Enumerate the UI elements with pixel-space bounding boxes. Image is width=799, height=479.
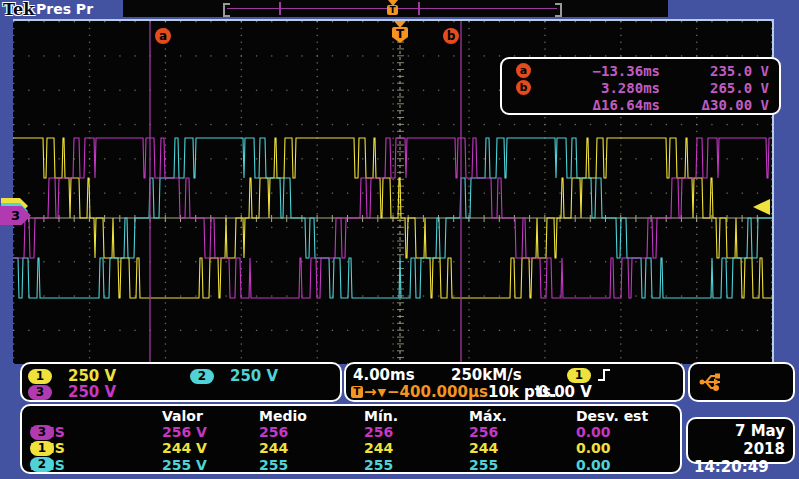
trigger-position-triangle-icon (394, 21, 406, 28)
cursor-a-badge: a (155, 28, 171, 44)
trigger-t-icon: T (387, 5, 398, 15)
col-header-valor: Valor (162, 408, 259, 424)
time-text: 14:20:49 (694, 458, 787, 476)
record-cursor-a-tick (279, 2, 281, 15)
trigger-level-arrow-icon (753, 199, 770, 215)
meas-max: 256 (469, 424, 576, 440)
meas-min: 255 (364, 457, 469, 473)
ch3-scale: 250 V (68, 383, 116, 401)
channel-scale-box: 1 250 V 2 250 V 3 250 V (20, 362, 342, 402)
cursor-delta-time: Δ16.64ms (542, 97, 660, 113)
record-bracket-left (223, 3, 230, 17)
cursor-b-icon: b (516, 80, 531, 95)
timebase-value: 4.00ms (353, 366, 415, 384)
ch3-badge: 3 (28, 385, 52, 400)
meas-valor: 256 V (162, 424, 259, 440)
waveform-display: a b T a −13.36ms 235.0 V b 3.280ms 265.0… (13, 19, 774, 364)
cursor-readout-box: a −13.36ms 235.0 V b 3.280ms 265.0 V Δ16… (500, 57, 781, 115)
col-header-min: Mín. (364, 408, 469, 424)
cursor-a-time: −13.36ms (542, 63, 660, 79)
trigger-status-text: Pres Pr (36, 1, 93, 17)
meas-max: 244 (469, 440, 576, 456)
usb-indicator-box (688, 362, 795, 402)
cursor-delta-row: Δ16.64ms Δ30.00 V (516, 96, 769, 113)
meas-desv: 0.00 (576, 457, 680, 473)
meas-desv: 0.00 (576, 440, 680, 456)
meas-row-ch1-label: 1 RMS (30, 440, 162, 456)
date-text: 7 May 2018 (694, 422, 787, 458)
ch2-badge: 2 (190, 369, 214, 384)
trigger-level-value: 0.00 V (538, 383, 592, 401)
top-bar: Tek Pres Pr T (0, 0, 799, 18)
down-triangle-icon: ▼ (378, 386, 386, 399)
cursor-a-icon: a (516, 63, 531, 78)
arrow-icon: → (364, 383, 377, 401)
ch1-badge: 1 (28, 369, 52, 384)
ch1-meas-badge: 1 (30, 441, 54, 456)
cursor-delta-value: Δ30.00 V (660, 97, 769, 113)
sample-rate: 250kM/s (451, 366, 522, 384)
tek-logo: Tek (3, 0, 34, 19)
ch2-meas-badge: 2 (30, 457, 54, 472)
measurement-table: Valor Medio Mín. Máx. Desv. est 3 RMS 25… (20, 404, 682, 474)
meas-row-ch2-label: 2 RMS (30, 457, 162, 473)
horizontal-trigger-box: 4.00ms 250kM/s 1 T→▼−400.000µs 10k pts. … (344, 362, 685, 402)
trigger-position-t-icon: T (392, 27, 408, 43)
trigger-slope-icon (597, 368, 611, 383)
meas-min: 256 (364, 424, 469, 440)
col-header-max: Máx. (469, 408, 576, 424)
cursor-b-time: 3.280ms (542, 80, 660, 96)
meas-valor: 255 V (162, 457, 259, 473)
meas-max: 255 (469, 457, 576, 473)
acquisition-position-bar: T (123, 0, 668, 17)
trigger-source-badge: 1 (567, 368, 591, 383)
meas-medio: 255 (259, 457, 364, 473)
cursor-a-row: a −13.36ms 235.0 V (516, 62, 769, 79)
cursor-b-badge: b (443, 28, 459, 44)
meas-valor: 244 V (162, 440, 259, 456)
oscilloscope-screen: Tek Pres Pr T a b T a −13.36ms 23 (0, 0, 799, 479)
ch3-meas-badge: 3 (30, 425, 54, 440)
ch2-scale: 250 V (230, 367, 278, 385)
meas-medio: 244 (259, 440, 364, 456)
datetime-box: 7 May 2018 14:20:49 (686, 417, 795, 464)
meas-row-ch3-label: 3 RMS (30, 424, 162, 440)
col-header-desv: Desv. est (576, 408, 680, 424)
trigger-t-small-icon: T (351, 386, 363, 398)
delay-readout: T→▼−400.000µs (351, 383, 488, 401)
usb-icon (698, 371, 728, 393)
meas-medio: 256 (259, 424, 364, 440)
record-bracket-right (555, 3, 562, 17)
col-header-medio: Medio (259, 408, 364, 424)
delay-value: −400.000µs (387, 383, 488, 401)
cursor-b-value: 265.0 V (660, 80, 769, 96)
meas-desv: 0.00 (576, 424, 680, 440)
record-trigger-marker: T (386, 0, 399, 15)
cursor-b-row: b 3.280ms 265.0 V (516, 79, 769, 96)
record-cursor-b-tick (418, 2, 420, 15)
cursor-a-value: 235.0 V (660, 63, 769, 79)
meas-min: 244 (364, 440, 469, 456)
